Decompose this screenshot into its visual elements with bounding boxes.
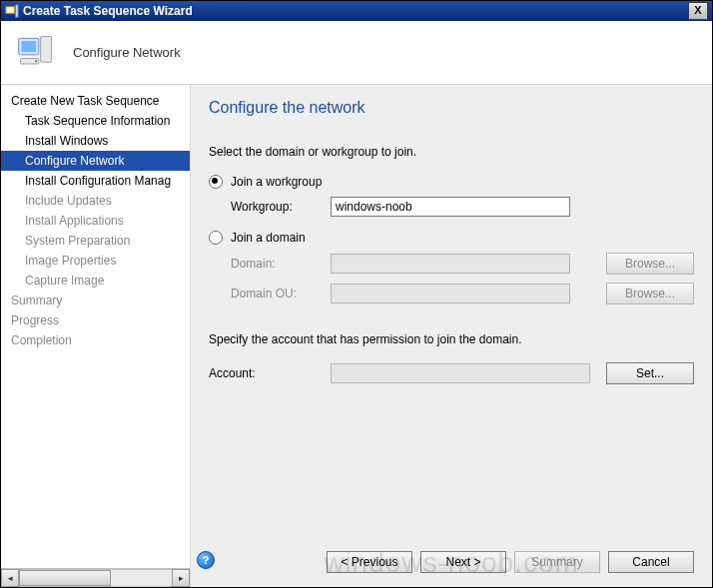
join-domain-label: Join a domain — [231, 231, 331, 245]
wizard-body: Create New Task SequenceTask Sequence In… — [1, 85, 712, 587]
header-band: Configure Network — [1, 21, 712, 85]
header-text: Configure Network — [73, 45, 181, 60]
sidebar-hscrollbar[interactable]: ◂ ▸ — [1, 568, 190, 587]
summary-button: Summary — [514, 551, 600, 573]
window-title: Create Task Sequence Wizard — [23, 4, 193, 18]
sidebar-item[interactable]: Install Windows — [1, 131, 190, 151]
page-heading: Configure the network — [209, 99, 694, 117]
domain-ou-input — [331, 284, 570, 303]
workgroup-label: Workgroup: — [231, 200, 331, 214]
sidebar-item: System Preparation — [1, 231, 190, 251]
previous-button[interactable]: < Previous — [327, 551, 412, 573]
svg-rect-2 — [16, 5, 19, 17]
sidebar-item: Install Applications — [1, 211, 190, 231]
instruction-text: Select the domain or workgroup to join. — [209, 145, 694, 159]
scroll-right-button[interactable]: ▸ — [172, 569, 190, 587]
domain-field-row: Domain: Browse... — [231, 253, 694, 275]
join-domain-radio[interactable]: Join a domain — [209, 231, 694, 245]
workgroup-field-row: Workgroup: — [231, 197, 694, 217]
radio-checked-icon — [209, 175, 223, 189]
sidebar-item[interactable]: Create New Task Sequence — [1, 91, 190, 111]
help-icon[interactable]: ? — [197, 551, 215, 569]
domain-browse-button: Browse... — [606, 253, 694, 275]
sidebar-item[interactable]: Task Sequence Information — [1, 111, 190, 131]
svg-rect-5 — [41, 36, 52, 62]
workgroup-input[interactable] — [331, 197, 570, 217]
titlebar: Create Task Sequence Wizard X — [1, 1, 712, 21]
sidebar-item: Include Updates — [1, 191, 190, 211]
set-account-button[interactable]: Set... — [606, 362, 694, 384]
svg-point-7 — [35, 60, 37, 62]
scroll-thumb[interactable] — [19, 570, 111, 586]
domain-ou-label: Domain OU: — [231, 287, 331, 300]
scroll-track[interactable] — [19, 569, 172, 587]
scroll-left-button[interactable]: ◂ — [1, 569, 19, 587]
sidebar-item: Image Properties — [1, 251, 190, 271]
join-workgroup-label: Join a workgroup — [231, 175, 331, 189]
account-label: Account: — [209, 366, 331, 380]
account-field-row: Account: Set... — [209, 362, 694, 384]
specify-account-text: Specify the account that has permission … — [209, 332, 694, 346]
wizard-window: Create Task Sequence Wizard X Configure … — [0, 0, 713, 588]
radio-unchecked-icon — [209, 231, 223, 245]
next-button[interactable]: Next > — [420, 551, 506, 573]
domain-ou-field-row: Domain OU: Browse... — [231, 283, 694, 304]
computer-network-icon — [15, 31, 59, 75]
steps-sidebar: Create New Task SequenceTask Sequence In… — [1, 85, 191, 587]
sidebar-item: Capture Image — [1, 271, 190, 291]
app-icon — [5, 4, 19, 18]
domain-input — [331, 254, 570, 274]
sidebar-item[interactable]: Install Configuration Manag — [1, 171, 190, 191]
sidebar-item: Completion — [1, 330, 190, 350]
sidebar-item: Progress — [1, 310, 190, 330]
close-button[interactable]: X — [688, 2, 708, 20]
wizard-buttons: < Previous Next > Summary Cancel — [327, 551, 694, 573]
account-input — [331, 363, 590, 383]
svg-rect-1 — [8, 8, 13, 12]
main-panel: Configure the network Select the domain … — [191, 85, 712, 587]
svg-rect-4 — [21, 41, 36, 52]
domain-ou-browse-button: Browse... — [606, 283, 694, 304]
domain-label: Domain: — [231, 257, 331, 271]
cancel-button[interactable]: Cancel — [608, 551, 694, 573]
sidebar-item[interactable]: Configure Network — [1, 151, 190, 171]
join-workgroup-radio[interactable]: Join a workgroup — [209, 175, 694, 189]
sidebar-item: Summary — [1, 291, 190, 310]
